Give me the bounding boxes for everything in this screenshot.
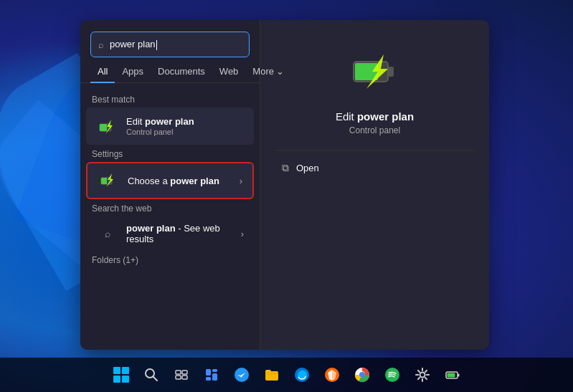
- best-match-subtitle: Control panel: [126, 128, 244, 136]
- folders-label: Folders (1+): [80, 251, 260, 268]
- web-item-arrow: ›: [241, 229, 244, 239]
- tab-more[interactable]: More ⌄: [245, 63, 291, 82]
- tab-apps[interactable]: Apps: [115, 63, 151, 82]
- telegram-icon: [234, 367, 250, 383]
- power-plan-icon: [97, 115, 118, 137]
- web-item-text: power plan - See web results: [126, 223, 234, 244]
- open-icon: ⧉: [282, 162, 289, 174]
- brave-icon: [324, 367, 340, 383]
- right-panel-power-icon: [346, 42, 404, 99]
- taskbar-file-explorer[interactable]: [259, 362, 285, 388]
- tab-web[interactable]: Web: [212, 63, 246, 82]
- svg-rect-17: [212, 369, 217, 372]
- best-match-title: Edit power plan: [126, 116, 244, 127]
- taskbar-brave[interactable]: [319, 362, 345, 388]
- web-search-item[interactable]: ⌕ power plan - See web results ›: [86, 216, 254, 251]
- taskbar-search[interactable]: [138, 362, 164, 388]
- filter-tabs: All Apps Documents Web More ⌄ ⚬⚬ ⋯: [80, 57, 260, 83]
- svg-rect-19: [212, 373, 217, 381]
- chrome-icon: [354, 367, 370, 383]
- svg-rect-31: [447, 373, 455, 378]
- open-label: Open: [296, 163, 319, 173]
- svg-rect-16: [206, 369, 211, 376]
- svg-rect-14: [176, 376, 181, 379]
- right-panel-subtitle: Control panel: [349, 125, 400, 135]
- settings-section-label: Settings: [80, 145, 260, 162]
- best-match-icon: [96, 115, 119, 138]
- web-section-label: Search the web: [80, 199, 260, 216]
- svg-point-27: [385, 368, 399, 382]
- taskbar-edge[interactable]: [289, 362, 315, 388]
- widgets-icon: [204, 368, 219, 382]
- search-panel: ⌕ power plan All Apps Documents Web More…: [80, 20, 489, 350]
- taskbar-widgets[interactable]: [199, 362, 224, 388]
- taskbar-windows-button[interactable]: [108, 362, 134, 388]
- taskbar-task-view[interactable]: [169, 362, 194, 388]
- settings-item-icon: [98, 169, 120, 192]
- right-panel-title: Edit power plan: [336, 110, 414, 123]
- svg-rect-12: [176, 371, 181, 374]
- left-panel: ⌕ power plan All Apps Documents Web More…: [80, 20, 260, 350]
- tab-documents[interactable]: Documents: [151, 63, 212, 82]
- results-area: Best match Edit power plan Control panel…: [80, 83, 260, 350]
- search-input-value: power plan: [110, 39, 242, 50]
- settings-item[interactable]: Choose a power plan ›: [86, 162, 254, 199]
- taskbar-spotify[interactable]: [379, 362, 405, 388]
- settings-item-arrow: ›: [240, 176, 242, 186]
- svg-line-11: [153, 377, 157, 381]
- web-search-icon: ⌕: [96, 222, 119, 245]
- taskbar-battery[interactable]: [440, 362, 465, 388]
- svg-rect-1: [100, 124, 107, 131]
- taskbar: [0, 358, 573, 392]
- svg-rect-30: [458, 374, 460, 377]
- svg-rect-13: [182, 371, 187, 374]
- svg-rect-22: [265, 370, 271, 373]
- svg-rect-4: [101, 178, 107, 184]
- edge-icon: [294, 367, 310, 383]
- right-panel-icon: [346, 42, 404, 99]
- best-match-text: Edit power plan Control panel: [126, 116, 244, 136]
- taskbar-settings[interactable]: [409, 362, 435, 388]
- svg-point-28: [420, 373, 425, 378]
- choose-power-plan-icon: [99, 171, 119, 191]
- spotify-icon: [384, 367, 400, 383]
- taskbar-chrome[interactable]: [349, 362, 375, 388]
- right-panel: Edit power plan Control panel ⧉ Open: [260, 20, 489, 350]
- svg-rect-7: [388, 67, 394, 77]
- taskbar-telegram[interactable]: [229, 362, 255, 388]
- best-match-item[interactable]: Edit power plan Control panel: [86, 107, 254, 145]
- chevron-down-icon: ⌄: [276, 66, 284, 77]
- svg-rect-18: [206, 377, 211, 381]
- best-match-label: Best match: [80, 90, 260, 107]
- settings-item-text: Choose a power plan: [128, 176, 232, 186]
- search-box[interactable]: ⌕ power plan: [90, 32, 250, 57]
- settings-icon: [415, 367, 430, 383]
- taskbar-search-icon: [144, 368, 158, 382]
- web-item-title: power plan - See web results: [126, 223, 234, 244]
- tab-all[interactable]: All: [90, 63, 115, 82]
- svg-point-20: [235, 368, 249, 382]
- settings-item-title: Choose a power plan: [128, 176, 232, 186]
- open-button[interactable]: ⧉ Open: [275, 150, 475, 174]
- svg-rect-15: [182, 376, 187, 379]
- windows-logo: [113, 367, 129, 383]
- file-explorer-icon: [264, 367, 280, 383]
- battery-icon: [445, 367, 460, 383]
- task-view-icon: [174, 368, 189, 382]
- search-icon: ⌕: [98, 39, 104, 50]
